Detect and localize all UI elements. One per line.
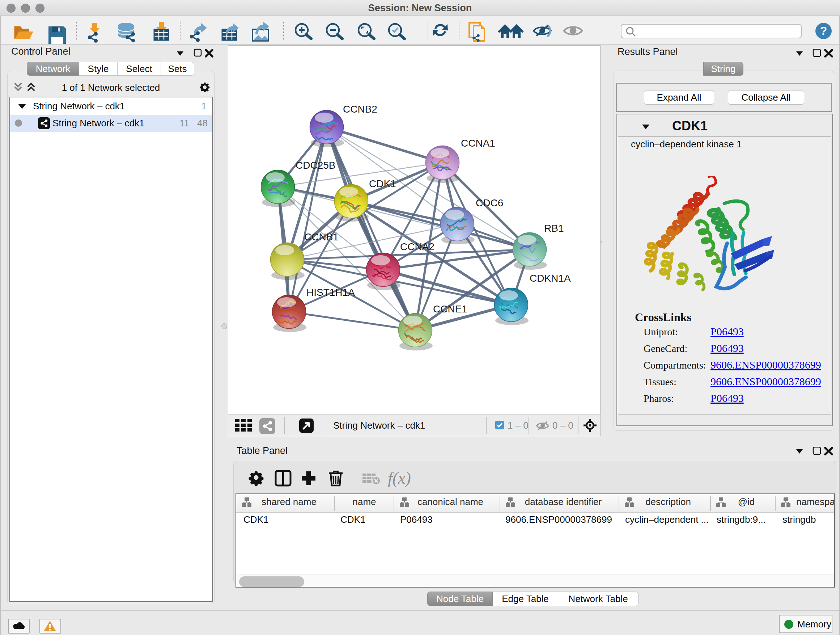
svg-text:cyclin–dependent ...: cyclin–dependent ... — [625, 514, 709, 525]
svg-text:CCNB1: CCNB1 — [304, 231, 339, 242]
svg-text:stringdb:9...: stringdb:9... — [717, 514, 766, 525]
svg-text:9606.ENSP00000378699: 9606.ENSP00000378699 — [505, 514, 612, 525]
svg-text:CCNE1: CCNE1 — [433, 303, 467, 315]
svg-text:CDKN1A: CDKN1A — [530, 272, 571, 284]
svg-text:RB1: RB1 — [544, 223, 564, 234]
svg-text:CDK1: CDK1 — [340, 514, 365, 525]
svg-text:canonical name: canonical name — [417, 496, 483, 507]
svg-text:CCNA2: CCNA2 — [400, 241, 434, 252]
svg-text:P06493: P06493 — [400, 514, 433, 525]
svg-text:CCNA1: CCNA1 — [461, 138, 495, 149]
svg-text:namespac: namespac — [796, 496, 834, 507]
svg-text:CDC25B: CDC25B — [295, 160, 335, 171]
svg-text:database identifier: database identifier — [525, 496, 602, 507]
svg-text:@id: @id — [738, 496, 755, 507]
svg-text:stringdb: stringdb — [783, 514, 816, 525]
svg-text:description: description — [645, 496, 691, 507]
svg-text:HIST1H1A: HIST1H1A — [306, 287, 355, 298]
svg-text:f(x): f(x) — [388, 469, 411, 487]
svg-text:CDC6: CDC6 — [476, 197, 503, 209]
svg-text:CDK1: CDK1 — [369, 178, 396, 189]
svg-text:CDK1: CDK1 — [243, 514, 268, 525]
svg-text:shared name: shared name — [262, 496, 317, 507]
svg-text:name: name — [352, 496, 376, 507]
svg-text:CCNB2: CCNB2 — [343, 103, 377, 115]
